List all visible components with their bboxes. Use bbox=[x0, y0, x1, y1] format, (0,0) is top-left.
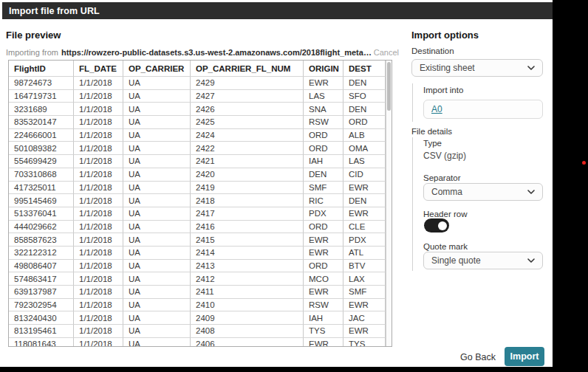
table-cell: 118081643 bbox=[9, 338, 74, 347]
table-cell: UA bbox=[123, 233, 191, 247]
table-cell: ORD bbox=[304, 142, 343, 155]
table-cell: EWR bbox=[304, 247, 343, 260]
table-cell: SMF bbox=[304, 182, 343, 195]
table-scrollbar[interactable] bbox=[386, 61, 392, 346]
table-cell: UA bbox=[123, 325, 191, 338]
table-cell: 995145469 bbox=[9, 194, 74, 207]
table-cell: 554699429 bbox=[9, 155, 74, 168]
table-cell: 2414 bbox=[191, 247, 304, 260]
table-cell: UA bbox=[123, 142, 191, 155]
type-label: Type bbox=[423, 139, 442, 148]
table-cell: EWR bbox=[304, 338, 343, 347]
quote-mark-label: Quote mark bbox=[423, 242, 468, 251]
table-row: 8132404301/1/2018UA2409IAHJAC bbox=[9, 311, 386, 325]
chevron-down-icon bbox=[527, 66, 535, 70]
table-cell: RIC bbox=[304, 194, 343, 207]
table-cell: CLE bbox=[343, 221, 386, 234]
table-cell: TYS bbox=[304, 325, 343, 338]
import-options-heading: Import options bbox=[411, 30, 479, 41]
table-cell: EWR bbox=[343, 299, 386, 312]
table-cell: 1/1/2018 bbox=[74, 77, 123, 90]
table-cell: 1/1/2018 bbox=[74, 129, 123, 142]
chevron-down-icon bbox=[527, 190, 535, 194]
table-cell: 1/1/2018 bbox=[74, 182, 123, 195]
table-header-cell: ORIGIN bbox=[304, 61, 343, 77]
table-cell: LAX bbox=[343, 272, 386, 286]
table-cell: 2413 bbox=[191, 260, 304, 273]
table-cell: ATL bbox=[343, 247, 386, 260]
chevron-down-icon bbox=[527, 258, 535, 263]
table-cell: RSW bbox=[304, 116, 343, 129]
destination-select-value: Existing sheet bbox=[420, 63, 475, 73]
table-cell: UA bbox=[123, 116, 191, 129]
table-cell: UA bbox=[123, 168, 191, 182]
table-row: 8131954611/1/2018UA2408TYSEWR bbox=[9, 325, 386, 338]
table-cell: 1/1/2018 bbox=[74, 155, 123, 168]
table-row: 7033108681/1/2018UA2420DENCID bbox=[9, 168, 386, 182]
dialog-title: Import file from URL bbox=[9, 6, 100, 16]
table-cell: ORD bbox=[304, 260, 343, 273]
separator-select[interactable]: Comma bbox=[423, 183, 543, 201]
table-cell: 1/1/2018 bbox=[74, 286, 123, 299]
cell-reference-link[interactable]: A0 bbox=[431, 104, 442, 114]
table-cell: JAC bbox=[343, 311, 386, 325]
table-row: 32316891/1/2018UA2426SNADEN bbox=[9, 103, 386, 116]
import-into-field[interactable]: A0 bbox=[423, 100, 543, 119]
file-details-indent-line bbox=[412, 137, 413, 271]
cancel-link[interactable]: Cancel bbox=[374, 48, 399, 57]
destination-select[interactable]: Existing sheet bbox=[411, 59, 543, 77]
table-cell: 2427 bbox=[191, 90, 304, 103]
table-cell: 1/1/2018 bbox=[74, 260, 123, 273]
quote-mark-select[interactable]: Single quote bbox=[423, 252, 543, 269]
table-cell: EWR bbox=[304, 77, 343, 90]
table-scrollbar-thumb[interactable] bbox=[387, 62, 391, 111]
separator-label: Separator bbox=[423, 173, 461, 182]
table-cell: RSW bbox=[304, 299, 343, 312]
table-cell: 1/1/2018 bbox=[74, 194, 123, 207]
table-cell: UA bbox=[123, 90, 191, 103]
table-row: 2246660011/1/2018UA2424ORDALB bbox=[9, 129, 386, 142]
importing-from-label: Importing from bbox=[6, 48, 58, 57]
table-cell: 3231689 bbox=[9, 103, 74, 116]
table-cell: PDX bbox=[304, 207, 343, 221]
import-button[interactable]: Import bbox=[505, 347, 544, 366]
go-back-button[interactable]: Go Back bbox=[456, 350, 500, 365]
table-row: 9951454691/1/2018UA2418RICDEN bbox=[9, 194, 386, 207]
table-cell: 2408 bbox=[191, 325, 304, 338]
table-row: 1647197311/1/2018UA2427LASSFO bbox=[9, 90, 386, 103]
table-cell: UA bbox=[123, 182, 191, 195]
table-cell: UA bbox=[123, 207, 191, 221]
table-row: 8585876231/1/2018UA2415EWRPDX bbox=[9, 233, 386, 247]
table-cell: 858587623 bbox=[9, 233, 74, 247]
quote-mark-select-value: Single quote bbox=[431, 255, 481, 266]
table-cell: 2425 bbox=[191, 116, 304, 129]
table-row: 7923029541/1/2018UA2410RSWEWR bbox=[9, 299, 386, 312]
table-cell: 2415 bbox=[191, 233, 304, 247]
table-cell: 813195461 bbox=[9, 325, 74, 338]
table-row: 3221223121/1/2018UA2414EWRATL bbox=[9, 247, 386, 260]
table-cell: ORD bbox=[304, 221, 343, 234]
table-cell: UA bbox=[123, 155, 191, 168]
import-into-label: Import into bbox=[423, 86, 463, 94]
table-cell: 1/1/2018 bbox=[74, 116, 123, 129]
table-cell: ALB bbox=[343, 129, 386, 142]
import-url-text: https://rowzero-public-datasets.s3.us-we… bbox=[61, 48, 374, 57]
table-cell: 703310868 bbox=[9, 168, 74, 182]
table-cell: 1/1/2018 bbox=[74, 272, 123, 286]
table-cell: 1/1/2018 bbox=[74, 233, 123, 247]
table-cell: CID bbox=[343, 168, 386, 182]
type-value: CSV (gzip) bbox=[423, 151, 466, 161]
table-cell: 1/1/2018 bbox=[74, 221, 123, 234]
table-cell: UA bbox=[123, 221, 191, 234]
table-cell: 1/1/2018 bbox=[74, 247, 123, 260]
table-cell: DEN bbox=[343, 77, 386, 90]
table-cell: 813240430 bbox=[9, 311, 74, 325]
table-row: 6391379871/1/2018UA2411EWRSMF bbox=[9, 286, 386, 299]
table-row: 5010893821/1/2018UA2422ORDOMA bbox=[9, 142, 386, 155]
table-cell: 2412 bbox=[191, 272, 304, 286]
table-header-cell: FL_DATE bbox=[74, 61, 123, 77]
table-cell: IAH bbox=[304, 155, 343, 168]
header-row-toggle[interactable] bbox=[424, 218, 449, 232]
table-cell: PDX bbox=[343, 233, 386, 247]
importing-from-line: Importing from https://rowzero-public-da… bbox=[6, 46, 399, 58]
